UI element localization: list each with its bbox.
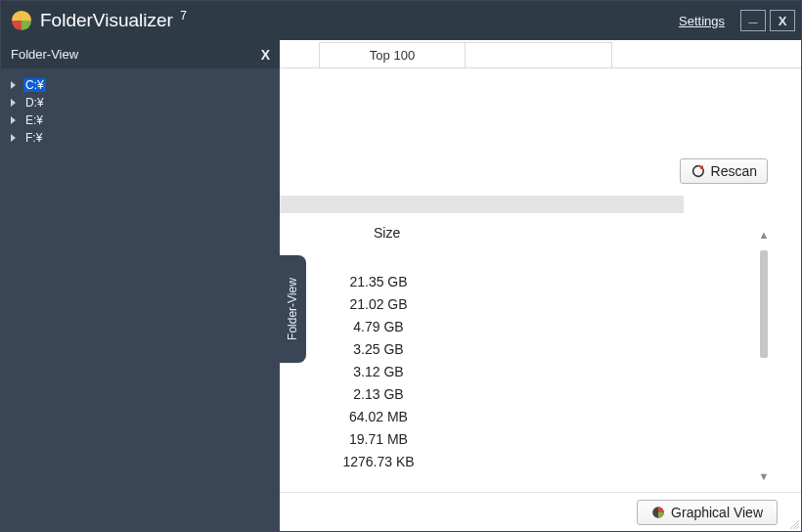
resize-grip[interactable] [787, 517, 799, 529]
tabs: Top 100 [280, 40, 801, 68]
list-row[interactable]: 64.02 MB [295, 405, 776, 427]
refresh-icon [691, 163, 706, 179]
settings-link[interactable]: Settings [679, 14, 725, 28]
scroll-up-icon[interactable]: ▲ [756, 227, 772, 243]
list-row[interactable]: 2.13 GB [295, 382, 776, 405]
list-row[interactable]: 4.79 GB [295, 315, 776, 337]
scrollbar[interactable]: ▲ ▼ [756, 227, 772, 484]
scroll-track[interactable] [759, 243, 769, 468]
tree-item-label: E:¥ [23, 113, 45, 127]
size-cell: 3.12 GB [295, 364, 462, 379]
expand-caret-icon[interactable] [11, 81, 16, 89]
close-button[interactable]: X [770, 10, 795, 31]
folder-tree: C:¥D:¥E:¥F:¥ [1, 68, 280, 155]
app-title: FolderVisualizer 7 [40, 9, 187, 31]
main-panel: Top 100 Rescan Size 21.35 [280, 40, 801, 531]
app-title-text: FolderVisualizer [40, 11, 173, 31]
scroll-down-icon[interactable]: ▼ [756, 468, 772, 484]
size-cell: 3.25 GB [295, 341, 462, 357]
size-cell: 2.13 GB [295, 386, 462, 402]
list-rows: 21.35 GB21.02 GB4.79 GB3.25 GB3.12 GB2.1… [295, 246, 776, 488]
tree-item-label: C:¥ [23, 78, 46, 92]
list-row[interactable]: 3.12 GB [295, 360, 776, 382]
tree-item-drive[interactable]: D:¥ [7, 94, 274, 111]
rescan-label: Rescan [711, 163, 757, 179]
tree-item-drive[interactable]: C:¥ [7, 76, 274, 94]
column-header-size[interactable]: Size [295, 219, 776, 246]
tab-top-100[interactable]: Top 100 [319, 42, 466, 67]
app-logo-icon [11, 10, 32, 31]
size-cell: 4.79 GB [295, 319, 462, 334]
scroll-thumb[interactable] [760, 250, 768, 358]
size-cell: 21.35 GB [295, 274, 462, 289]
list-area: Size 21.35 GB21.02 GB4.79 GB3.25 GB3.12 … [280, 213, 801, 492]
sidebar-close-button[interactable]: X [261, 47, 270, 63]
tree-item-label: D:¥ [23, 96, 46, 110]
tab-blank[interactable] [466, 42, 612, 67]
list-row[interactable]: 1276.73 KB [295, 450, 776, 472]
size-cell: 64.02 MB [295, 409, 462, 424]
pie-chart-icon [651, 506, 665, 519]
sidebar: Folder-View X C:¥D:¥E:¥F:¥ [1, 40, 280, 531]
graphical-view-button[interactable]: Graphical View [637, 500, 778, 525]
sidebar-header: Folder-View X [1, 40, 280, 68]
size-cell: 1276.73 KB [295, 454, 462, 469]
sidebar-title: Folder-View [11, 47, 78, 62]
rescan-button[interactable]: Rescan [680, 158, 768, 184]
size-cell: 21.02 GB [295, 296, 462, 312]
folder-view-side-tab-label: Folder-View [286, 278, 299, 340]
list-row[interactable]: 21.02 GB [295, 292, 776, 315]
list-row[interactable]: 21.35 GB [295, 270, 776, 292]
folder-view-side-tab[interactable]: Folder-View [279, 255, 306, 363]
upper-region: Rescan [280, 68, 801, 196]
app-version: 7 [180, 9, 187, 22]
footer: Graphical View [280, 492, 801, 531]
graphical-view-label: Graphical View [671, 505, 763, 520]
expand-caret-icon[interactable] [11, 116, 16, 124]
separator-bar [280, 196, 684, 213]
app-body: Folder-View X C:¥D:¥E:¥F:¥ Top 100 [1, 40, 801, 531]
list-row[interactable]: 3.25 GB [295, 337, 776, 360]
list-row[interactable]: 19.71 MB [295, 427, 776, 450]
app-window: FolderVisualizer 7 Settings _ X Folder-V… [0, 0, 802, 532]
tree-item-drive[interactable]: E:¥ [7, 111, 274, 129]
minimize-button[interactable]: _ [740, 10, 766, 31]
expand-caret-icon[interactable] [11, 99, 16, 107]
titlebar: FolderVisualizer 7 Settings _ X [1, 1, 801, 40]
tree-item-drive[interactable]: F:¥ [7, 129, 274, 147]
size-cell: 19.71 MB [295, 431, 462, 447]
tree-item-label: F:¥ [23, 131, 44, 145]
expand-caret-icon[interactable] [11, 134, 16, 142]
